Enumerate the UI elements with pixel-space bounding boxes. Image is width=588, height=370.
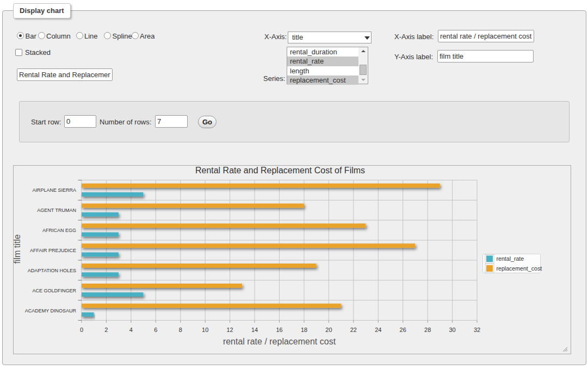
svg-text:32: 32 <box>474 327 480 333</box>
svg-text:14: 14 <box>251 327 258 333</box>
svg-text:AIRPLANE SIERRA: AIRPLANE SIERRA <box>32 187 76 193</box>
svg-text:rental rate / replacement cost: rental rate / replacement cost <box>223 337 336 346</box>
svg-text:8: 8 <box>179 327 182 333</box>
svg-text:0: 0 <box>80 327 83 333</box>
svg-text:4: 4 <box>129 327 133 333</box>
svg-text:16: 16 <box>276 327 282 333</box>
svg-text:rental_rate: rental_rate <box>497 255 524 262</box>
svg-text:20: 20 <box>325 327 332 333</box>
svg-text:ACE GOLDFINGER: ACE GOLDFINGER <box>32 288 76 293</box>
svg-text:ADAPTATION HOLES: ADAPTATION HOLES <box>28 268 76 273</box>
svg-text:AFFAIR PREJUDICE: AFFAIR PREJUDICE <box>30 248 76 253</box>
svg-text:Rental Rate and Replacement Co: Rental Rate and Replacement Cost of Film… <box>195 166 365 175</box>
svg-text:film title: film title <box>14 234 22 264</box>
svg-text:24: 24 <box>375 327 381 333</box>
svg-text:AGENT TRUMAN: AGENT TRUMAN <box>37 208 76 213</box>
svg-text:12: 12 <box>226 327 233 333</box>
svg-text:replacement_cost: replacement_cost <box>497 265 542 272</box>
svg-text:28: 28 <box>424 327 431 333</box>
svg-text:30: 30 <box>449 327 455 333</box>
svg-text:18: 18 <box>301 327 307 333</box>
svg-text:26: 26 <box>400 327 406 333</box>
svg-text:2: 2 <box>104 327 108 333</box>
svg-text:22: 22 <box>350 327 357 333</box>
svg-text:AFRICAN EGG: AFRICAN EGG <box>42 228 76 233</box>
svg-text:10: 10 <box>202 327 208 333</box>
svg-text:ACADEMY DINOSAUR: ACADEMY DINOSAUR <box>25 308 77 313</box>
svg-text:6: 6 <box>154 327 157 333</box>
